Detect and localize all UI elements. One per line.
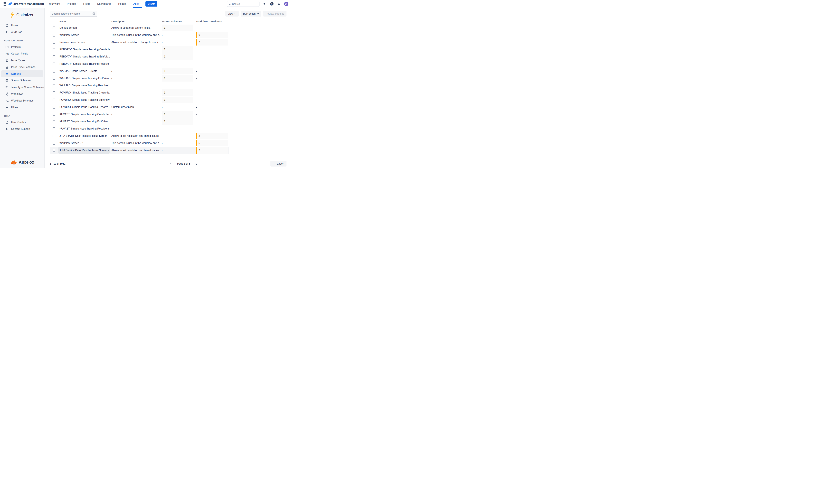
row-checkbox[interactable] [53, 120, 55, 123]
table-row[interactable]: KUVAST: Simple Issue Tracking Create Iss… [50, 111, 229, 118]
table-row[interactable]: REBDATV: Simple Issue Tracking Edit/Vie.… [50, 53, 229, 60]
row-checkbox[interactable] [53, 149, 55, 152]
screens-search[interactable] [50, 11, 97, 17]
sidebar-item-filters[interactable]: Filters [1, 104, 43, 111]
sidebar-item-issue-type-schemes[interactable]: Issue Type Schemes [1, 64, 43, 70]
user-avatar[interactable]: JR [284, 2, 288, 6]
footer-divider [50, 158, 286, 158]
global-search[interactable] [227, 1, 259, 7]
settings-button[interactable] [277, 2, 281, 6]
row-checkbox[interactable] [53, 63, 55, 65]
sidebar-item-label: Issue Type Schemes [11, 66, 35, 69]
sidebar-item-audit-log[interactable]: Audit Log [1, 29, 43, 35]
row-checkbox[interactable] [53, 84, 55, 87]
workflow-transitions-cell: - [195, 53, 229, 60]
sidebar-item-issue-types[interactable]: Issue Types [1, 57, 43, 64]
table-row[interactable]: Workflow Screen This screen is used in t… [50, 31, 229, 39]
sidebar-item-label: Contact Support [11, 128, 30, 131]
table-row[interactable]: KUVAST: Simple Issue Tracking Resolve Is… [50, 125, 229, 132]
screen-description: - [110, 89, 160, 96]
row-checkbox[interactable] [53, 34, 55, 37]
arrow-right-icon [194, 163, 197, 165]
row-checkbox[interactable] [53, 135, 55, 137]
sidebar-item-screens[interactable]: Screens [1, 70, 43, 77]
sidebar-item-issue-type-screen-schemes[interactable]: Issue Type Screen Schemes [1, 84, 43, 91]
sidebar-item-user-guides[interactable]: User Guides [1, 119, 43, 126]
nav-your-work[interactable]: Your work [48, 0, 63, 8]
create-button[interactable]: Create [145, 1, 157, 7]
nav-apps[interactable]: Apps [133, 0, 142, 8]
screen-schemes-cell: - [160, 82, 195, 89]
table-row[interactable]: KUVAST: Simple Issue Tracking Edit/View … [50, 118, 229, 125]
row-checkbox[interactable] [53, 55, 55, 58]
screen-description: - [110, 125, 160, 132]
nav-filters[interactable]: Filters [83, 0, 93, 8]
table-row[interactable]: REBDATV: Simple Issue Tracking Resolve I… [50, 60, 229, 67]
row-checkbox[interactable] [53, 113, 55, 116]
sidebar-item-workflow-schemes[interactable]: Workflow Schemes [1, 97, 43, 104]
sidebar-item-label: Screen Schemes [11, 79, 31, 82]
table-row[interactable]: POVURO: Simple Issue Tracking Edit/View.… [50, 96, 229, 103]
clear-search-button[interactable] [93, 12, 95, 15]
help-button[interactable]: ? [270, 2, 274, 6]
screen-name-cell: POVURO: Simple Issue Tracking Resolve I.… [58, 103, 110, 111]
sidebar-item-screen-schemes[interactable]: Screen Schemes [1, 77, 43, 84]
next-page-button[interactable] [194, 163, 197, 165]
screen-name-cell: KUVAST: Simple Issue Tracking Resolve Is… [58, 125, 110, 132]
table-row[interactable]: Default Screen Allows to update all syst… [50, 24, 229, 31]
row-checkbox[interactable] [53, 70, 55, 73]
workflow-transitions-cell: - [195, 24, 229, 31]
custom-fields-icon: Aa [5, 52, 9, 55]
view-button[interactable]: View [225, 11, 239, 17]
row-checkbox[interactable] [53, 48, 55, 51]
row-checkbox[interactable] [53, 106, 55, 109]
workflow-transitions-cell: 6 [195, 31, 229, 39]
nav-projects[interactable]: Projects [67, 0, 79, 8]
notifications-button[interactable] [262, 2, 267, 6]
app-switcher-icon[interactable] [3, 2, 6, 6]
nav-people[interactable]: People [118, 0, 129, 8]
workflow-transitions-cell: - [195, 75, 229, 82]
screen-name: WARJAD: Issue Screen - Create [58, 70, 99, 73]
table-row[interactable]: WARJAD: Simple Issue Tracking Edit/View.… [50, 75, 229, 82]
sidebar-item-home[interactable]: Home [1, 22, 43, 29]
workflow-transitions-cell: - [195, 111, 229, 118]
screen-description: - [110, 67, 160, 75]
screen-name-cell: KUVAST: Simple Issue Tracking Create Iss… [58, 111, 110, 118]
row-checkbox[interactable] [53, 41, 55, 44]
table-row[interactable]: REBDATV: Simple Issue Tracking Create Is… [50, 46, 229, 53]
sidebar-item-workflows[interactable]: Workflows [1, 91, 43, 97]
table-row[interactable]: POVURO: Simple Issue Tracking Resolve I.… [50, 103, 229, 111]
previous-page-button[interactable] [170, 163, 173, 165]
table-row[interactable]: Workflow Screen - 2 This screen is used … [50, 140, 229, 147]
table-row[interactable]: JIRA Service Desk Resolve Issue Screen A… [50, 132, 229, 140]
row-checkbox[interactable] [53, 77, 55, 80]
sidebar-item-custom-fields[interactable]: Aa Custom Fields [1, 50, 43, 57]
table-row[interactable]: Resolve Issue Screen Allows to set resol… [50, 39, 229, 46]
screen-schemes-cell: - [160, 125, 195, 132]
screen-name-cell: WARJAD: Simple Issue Tracking Resolve I.… [58, 82, 110, 89]
row-checkbox[interactable] [53, 127, 55, 130]
table-row[interactable]: WARJAD: Issue Screen - Create - 1 - [50, 67, 229, 75]
screen-description: Allows to set resolution and linked issu… [110, 132, 160, 140]
bulk-action-button[interactable]: Bulk action [241, 11, 261, 17]
review-changes-button[interactable]: Review changes [263, 11, 286, 17]
nav-filters-label: Filters [83, 2, 90, 5]
table-row[interactable]: JIRA Service Desk Resolve Issue Screen -… [50, 147, 229, 154]
count-chip: 1 [162, 75, 193, 82]
table-row[interactable]: WARJAD: Simple Issue Tracking Resolve I.… [50, 82, 229, 89]
table-row[interactable]: POVURO: Simple Issue Tracking Create Is.… [50, 89, 229, 96]
nav-dashboards[interactable]: Dashboards [97, 0, 114, 8]
screens-search-input[interactable] [52, 12, 93, 15]
export-button[interactable]: Export [270, 161, 286, 167]
row-checkbox[interactable] [53, 27, 55, 29]
column-header-name[interactable]: Name [58, 19, 110, 24]
workflow-transitions-cell: - [195, 46, 229, 53]
global-search-input[interactable] [232, 2, 258, 5]
sidebar-item-contact-support[interactable]: Contact Support [1, 126, 43, 132]
row-checkbox[interactable] [53, 142, 55, 145]
sidebar-item-projects[interactable]: Projects [1, 44, 43, 50]
row-checkbox[interactable] [53, 99, 55, 101]
table-header: Name Description Screen Schemes Workflow… [50, 19, 229, 24]
row-checkbox[interactable] [53, 91, 55, 94]
